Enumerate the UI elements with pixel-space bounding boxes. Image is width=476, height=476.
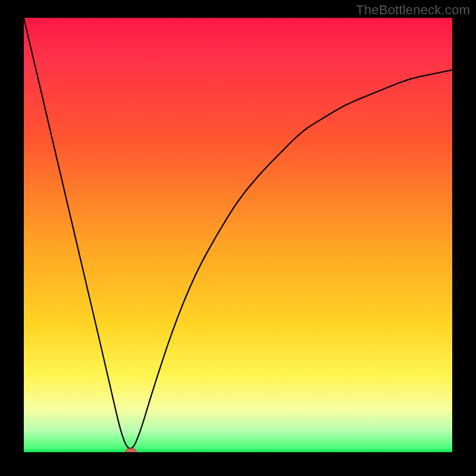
minimum-marker [126,449,136,452]
chart-svg [24,18,452,452]
attribution-label: TheBottleneck.com [356,2,470,18]
bottleneck-curve [24,18,452,449]
plot-area [24,18,452,452]
chart-frame: TheBottleneck.com [0,0,476,476]
